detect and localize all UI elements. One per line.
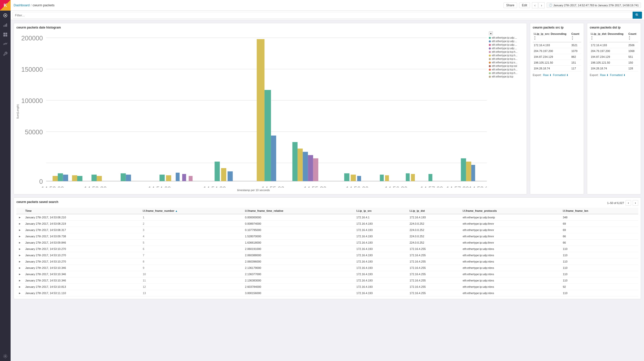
share-button[interactable]: Share [503,3,517,8]
sidebar-icon-visualize[interactable] [0,20,11,30]
legend-item-11: eth:ethertype:ip:tcp [489,75,524,78]
sidebar-icon-timelion[interactable] [0,39,11,49]
legend-item-9: eth:ethertype:ip:tcp:h... [489,68,524,71]
row-expand-btn[interactable]: ► [18,279,21,282]
dst-ip-raw-link[interactable]: Raw ⬇ [600,73,608,76]
dst-ip-col1-header[interactable]: l.i.ip_ip_dst: Descending ▲▼ [590,31,627,42]
row-expand-btn[interactable]: ► [18,216,21,219]
prev-arrow[interactable]: ‹ [532,2,538,8]
frame-proto-col-header[interactable]: l.f.frame_frame_protocols [461,208,561,214]
time-cell: January 27th 2017, 14:53:08.317 [23,227,141,233]
frame-time-rel-cell: 1.636618000 [243,240,355,246]
row-expand-btn[interactable]: ► [18,273,21,276]
row-expand-btn[interactable]: ► [18,241,21,244]
legend-label-5: eth:ethertype:ip:tcp:h... [492,54,518,57]
time-cell: January 27th 2017, 14:53:08.219 [23,221,141,227]
src-count-cell: 3521 [570,42,581,48]
row-expand-btn[interactable]: ► [18,260,21,263]
dst-ip-col2-header[interactable]: Count ▲▼ [627,31,638,42]
svg-rect-25 [77,176,83,181]
top-panels: cwurm packets date histogram Sum(Length) [14,23,641,194]
time-cell: January 27th 2017, 14:53:08.210 [23,214,141,221]
svg-rect-53 [428,174,432,181]
frame-proto-cell: eth:ethertype:ip:udp:nbns [461,284,561,290]
legend-collapse-btn[interactable]: ● [489,31,493,35]
svg-text:14:55:30: 14:55:30 [304,186,327,188]
expand-col-header [16,208,23,214]
frame-len-cell: 110 [561,265,638,271]
time-cell: January 27th 2017, 14:53:10.813 [23,284,141,290]
sidebar-icon-management[interactable] [0,351,11,361]
next-page-btn[interactable]: › [633,200,638,206]
src-ip-col2-header[interactable]: Count ▲▼ [570,31,581,42]
dst-count-cell: 2506 [627,42,638,48]
svg-rect-43 [303,152,308,181]
chart-with-yaxis: Sum(Length) [16,31,487,192]
time-cell: January 27th 2017, 14:53:10.346 [23,265,141,271]
svg-rect-55 [466,162,471,181]
frame-len-cell: 110 [561,259,638,265]
src-ip-col1-header[interactable]: l.i.ip_ip_src: Descending ▲▼ [533,31,570,42]
src-count-cell: 151 [570,60,581,66]
dst-ip-formatted-link[interactable]: Formatted ⬇ [610,73,625,76]
dst-ip-cell: 194.87.234.129 [590,54,627,60]
topbar-actions: Share Edit ‹ › 🕐 January 27th 2017, 14:5… [503,2,641,8]
row-expand-btn[interactable]: ► [18,222,21,225]
legend-label-4: eth:ethertype:ip:tcp:h... [492,50,518,53]
search-input[interactable] [13,12,633,19]
ip-src-cell: 172.16.4.193 [354,284,408,290]
svg-rect-22 [58,173,63,181]
src-ip-export-row: Export: Raw ⬇ Formatted ⬇ [533,73,581,76]
time-col-header[interactable]: Time [23,208,141,214]
ip-dst-col-header[interactable]: l.i.ip_ip_dst [408,208,461,214]
frame-number-cell: 2 [141,221,243,227]
ip-src-col-header[interactable]: l.i.ip_ip_src [354,208,408,214]
row-expand-btn[interactable]: ► [18,254,21,257]
row-expand-btn[interactable]: ► [18,266,21,269]
dst-ip-export-label: Export: [590,73,599,76]
frame-number-cell: 8 [141,259,243,265]
edit-button[interactable]: Edit [519,3,530,8]
svg-rect-30 [159,175,165,181]
search-button[interactable]: 🔍 [633,12,642,19]
table-row: ► January 27th 2017, 14:53:10.813 12 2.6… [16,284,638,290]
row-expand-btn[interactable]: ► [18,247,21,250]
svg-point-1 [5,15,6,16]
frame-number-col-header[interactable]: l.f.frame_frame_number ▲ [141,208,243,214]
sidebar-icon-dashboard[interactable] [0,30,11,39]
time-cell: January 27th 2017, 14:53:11.110 [23,290,141,296]
row-expand-btn[interactable]: ► [18,292,21,295]
src-ip-raw-link[interactable]: Raw ⬇ [543,73,551,76]
src-count-cell: 882 [570,54,581,60]
sidebar-icon-devtools[interactable] [0,49,11,59]
breadcrumb-current: cwurm packets [33,3,55,7]
svg-rect-52 [411,174,415,181]
frame-proto-cell: eth:ethertype:ip:udp:bootp [461,214,561,221]
breadcrumb-dashboard[interactable]: Dashboard [14,3,30,7]
topbar: Dashboard / cwurm packets Share Edit ‹ ›… [11,0,644,11]
row-expand-btn[interactable]: ► [18,228,21,231]
svg-text:14:54:00: 14:54:00 [148,186,171,188]
dst-ip-row: 198.105.121.50150 [590,60,638,66]
prev-page-btn[interactable]: ‹ [626,200,631,206]
frame-time-rel-cell: 2.136377000 [243,271,355,277]
ip-dst-cell: 172.16.4.255 [408,277,461,284]
row-expand-btn[interactable]: ► [18,235,21,238]
next-arrow[interactable]: › [539,2,545,8]
svg-text:150000: 150000 [21,66,43,73]
sidebar-icon-discover[interactable] [0,11,11,20]
dst-count-cell: 551 [627,54,638,60]
app-logo[interactable]: K [0,0,11,11]
frame-time-rel-cell: 0.008974000 [243,221,355,227]
ip-src-cell: 172.16.4.193 [354,259,408,265]
svg-rect-41 [292,142,298,181]
frame-time-rel-col-header[interactable]: l.f.frame_frame_time_relative [243,208,355,214]
src-count-cell: 1079 [570,48,581,54]
row-expand-btn[interactable]: ► [18,285,21,288]
src-ip-formatted-link[interactable]: Formatted ⬇ [553,73,568,76]
frame-len-col-header[interactable]: l.f.frame_frame_len [561,208,638,214]
time-range[interactable]: 🕐 January 27th 2017, 14:52:47.783 to Jan… [547,3,641,8]
frame-number-cell: 5 [141,240,243,246]
svg-text:50000: 50000 [25,128,43,136]
pagination-text: 1–50 of 6,027 [607,201,624,204]
